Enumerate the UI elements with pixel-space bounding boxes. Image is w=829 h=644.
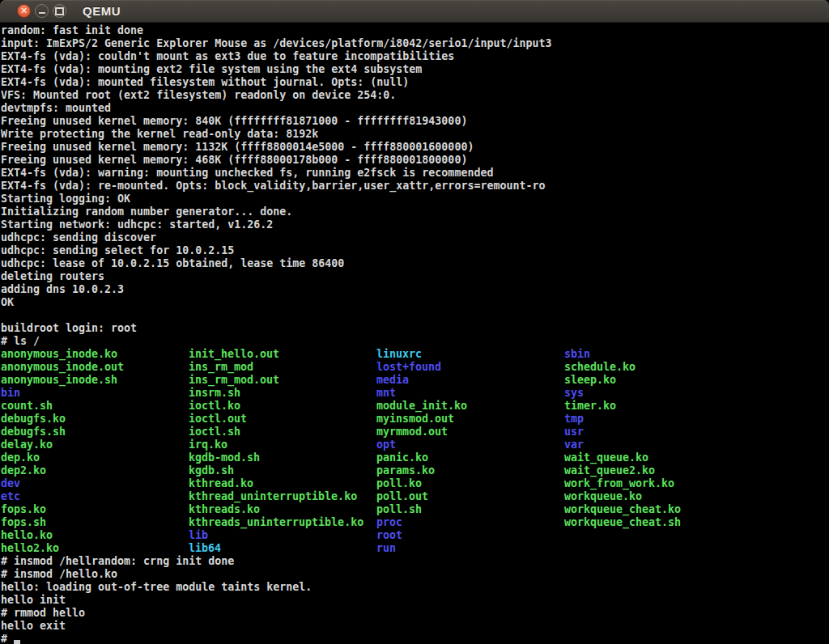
console-line: OK <box>1 296 829 309</box>
console-line: EXT4-fs (vda): warning: mounting uncheck… <box>1 167 829 180</box>
console-line: Freeing unused kernel memory: 468K (ffff… <box>1 154 829 167</box>
console-line: Starting logging: OK <box>1 193 829 205</box>
file-entry: anonymous_inode.sh <box>1 374 117 387</box>
file-entry: media <box>376 374 409 387</box>
file-entry: poll.out <box>376 490 428 503</box>
console-line: deleting routers <box>1 270 829 283</box>
file-entry: var <box>564 439 584 451</box>
console-line: hello exit <box>1 620 829 633</box>
file-entry: mnt <box>376 387 396 400</box>
qemu-window: ✕ QEMU random: fast init doneinput: ImEx… <box>0 0 829 644</box>
file-entry: delay.ko <box>1 439 53 451</box>
file-entry: workqueue_cheat.ko <box>564 503 681 516</box>
console-line: udhcpc: sending discover <box>1 231 829 244</box>
file-entry: kthreads_uninterruptible.ko <box>189 516 363 529</box>
file-entry: kthread.ko <box>189 477 253 490</box>
console-line: Initializing random number generator... … <box>1 205 829 218</box>
file-entry: insrm.sh <box>189 387 240 400</box>
console-line: # insmod /hello.ko <box>1 568 829 581</box>
ls-output-row: count.shioctl.komodule_init.kotimer.ko <box>1 400 829 413</box>
file-entry: root <box>376 529 402 542</box>
window-title: QEMU <box>83 0 121 22</box>
file-entry: work_from_work.ko <box>564 477 674 490</box>
ls-output-row: dep.kokgdb-mod.shpanic.kowait_queue.ko <box>1 451 829 464</box>
file-entry: tmp <box>564 413 584 426</box>
ls-output-row: debugfs.shioctl.shmyrmmod.outusr <box>1 426 829 439</box>
file-entry: sleep.ko <box>564 374 616 387</box>
file-entry: module_init.ko <box>376 400 467 413</box>
ls-output-row: hello.kolibroot <box>1 529 829 542</box>
file-entry: ins_rm_mod <box>189 361 253 374</box>
file-entry: myrmmod.out <box>376 426 448 439</box>
file-entry: kthread_uninterruptible.ko <box>189 490 357 503</box>
console-output: random: fast init doneinput: ImExPS/2 Ge… <box>1 24 829 644</box>
console-line: Freeing unused kernel memory: 840K (ffff… <box>1 115 829 128</box>
terminal-screen[interactable]: random: fast init doneinput: ImExPS/2 Ge… <box>0 23 829 644</box>
file-entry: lost+found <box>376 361 441 374</box>
file-entry: params.ko <box>376 464 435 477</box>
console-line: hello init <box>1 594 829 607</box>
file-entry: dep.ko <box>1 451 40 464</box>
file-entry: schedule.ko <box>564 361 636 374</box>
window-titlebar[interactable]: ✕ QEMU <box>0 0 829 23</box>
file-entry: ins_rm_mod.out <box>189 374 279 387</box>
file-entry: ioctl.sh <box>189 426 240 439</box>
file-entry: dep2.ko <box>1 464 46 477</box>
console-line: # insmod /hellrandom: crng init done <box>1 555 829 568</box>
file-entry: wait_queue2.ko <box>564 464 655 477</box>
file-entry: debugfs.sh <box>1 426 66 439</box>
file-entry: run <box>376 542 396 555</box>
file-entry: workqueue.ko <box>564 490 642 503</box>
shell-prompt-line: # <box>1 633 829 644</box>
ls-output-row: devkthread.kopoll.kowork_from_work.ko <box>1 477 829 490</box>
file-entry: myinsmod.out <box>376 413 454 426</box>
file-entry: count.sh <box>1 400 53 413</box>
file-entry: timer.ko <box>564 400 616 413</box>
ls-output-row: hello2.kolib64run <box>1 542 829 555</box>
ls-output-row: anonymous_inode.koinit_hello.outlinuxrcs… <box>1 348 829 361</box>
minimize-icon <box>39 12 45 14</box>
ls-output-row: anonymous_inode.outins_rm_modlost+founds… <box>1 361 829 374</box>
console-line: udhcpc: lease of 10.0.2.15 obtained, lea… <box>1 257 829 270</box>
ls-output-row: fops.shkthreads_uninterruptible.koprocwo… <box>1 516 829 529</box>
file-entry: proc <box>376 516 402 529</box>
console-line: # ls / <box>1 335 829 348</box>
console-line <box>1 309 829 322</box>
file-entry: kgdb.sh <box>189 464 234 477</box>
minimize-button[interactable] <box>35 4 49 18</box>
ls-output-row: fops.kokthreads.kopoll.shworkqueue_cheat… <box>1 503 829 516</box>
file-entry: irq.ko <box>189 439 227 451</box>
file-entry: workqueue_cheat.sh <box>564 516 681 529</box>
file-entry: usr <box>564 426 584 439</box>
ls-output-row: etckthread_uninterruptible.kopoll.outwor… <box>1 490 829 503</box>
console-line: hello: loading out-of-tree module taints… <box>1 581 829 594</box>
console-line: EXT4-fs (vda): mounting ext2 file system… <box>1 63 829 76</box>
console-line: # rmmod hello <box>1 607 829 620</box>
file-entry: anonymous_inode.out <box>1 361 124 374</box>
file-entry: poll.sh <box>376 503 422 516</box>
file-entry: sbin <box>564 348 590 361</box>
console-line: Freeing unused kernel memory: 1132K (fff… <box>1 141 829 154</box>
console-line: udhcpc: sending select for 10.0.2.15 <box>1 244 829 257</box>
console-line: devtmpfs: mounted <box>1 102 829 115</box>
close-button[interactable]: ✕ <box>17 4 31 18</box>
file-entry: init_hello.out <box>189 348 279 361</box>
file-entry: ioctl.ko <box>189 400 240 413</box>
console-line: Write protecting the kernel read-only da… <box>1 128 829 141</box>
ls-output-row: debugfs.koioctl.outmyinsmod.outtmp <box>1 413 829 426</box>
file-entry: ioctl.out <box>189 413 247 426</box>
console-line: EXT4-fs (vda): couldn't mount as ext3 du… <box>1 50 829 63</box>
file-entry: opt <box>376 439 396 451</box>
file-entry: etc <box>1 490 20 503</box>
maximize-button[interactable] <box>53 4 66 18</box>
file-entry: anonymous_inode.ko <box>1 348 117 361</box>
ls-output-row: bininsrm.shmntsys <box>1 387 829 400</box>
file-entry: kgdb-mod.sh <box>189 451 260 464</box>
file-entry: dev <box>1 477 20 490</box>
file-entry: kthreads.ko <box>189 503 260 516</box>
close-icon: ✕ <box>20 6 28 15</box>
file-entry: linuxrc <box>376 348 422 361</box>
maximize-icon <box>55 7 64 15</box>
file-entry: bin <box>1 387 20 400</box>
console-line: EXT4-fs (vda): mounted filesystem withou… <box>1 76 829 89</box>
